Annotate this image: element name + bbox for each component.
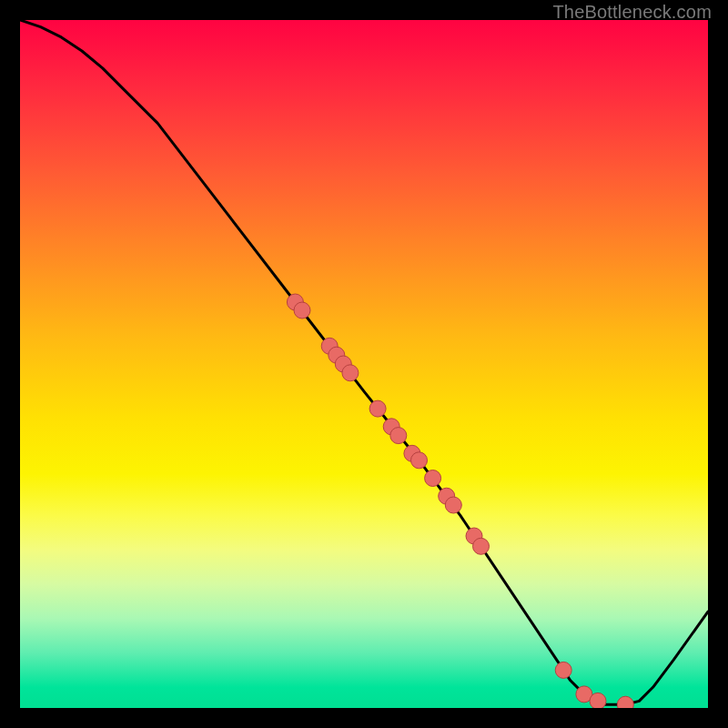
curve-data-points	[287, 294, 633, 708]
data-point	[555, 662, 571, 678]
plot-area	[20, 20, 708, 708]
data-point	[473, 538, 490, 554]
data-point	[411, 452, 428, 469]
data-point	[369, 400, 386, 417]
data-point	[425, 470, 441, 487]
data-point	[294, 302, 310, 318]
chart-svg	[20, 20, 708, 708]
data-point	[342, 365, 359, 381]
data-point	[617, 696, 633, 708]
data-point	[390, 428, 407, 444]
bottleneck-curve	[20, 20, 708, 704]
chart-frame: TheBottleneck.com	[0, 0, 728, 728]
data-point	[590, 693, 606, 708]
data-point	[445, 497, 461, 513]
watermark-text: TheBottleneck.com	[552, 2, 712, 23]
